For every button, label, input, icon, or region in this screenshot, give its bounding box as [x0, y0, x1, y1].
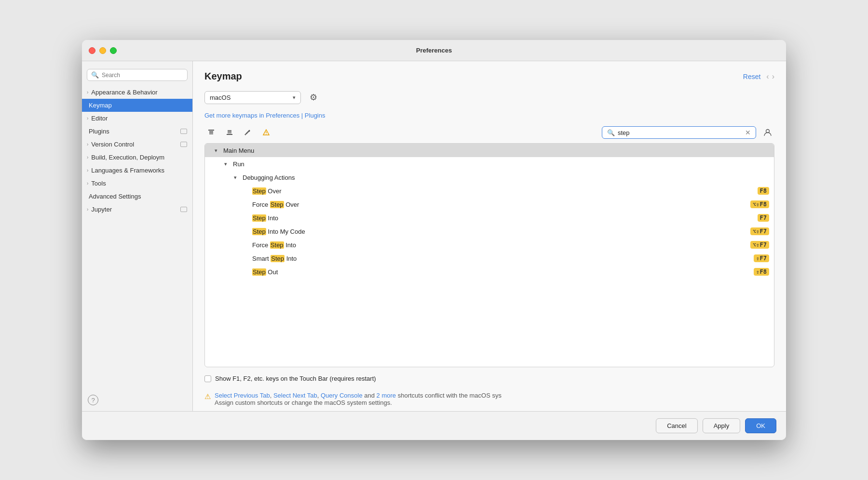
- ok-button[interactable]: OK: [745, 418, 776, 433]
- svg-rect-2: [209, 133, 213, 133]
- highlight-text: Step: [252, 214, 266, 222]
- gear-button[interactable]: ⚙: [306, 90, 321, 105]
- search-icon: 🔍: [607, 129, 615, 136]
- tree-row[interactable]: ▾ Run: [205, 157, 774, 171]
- sidebar-item-editor[interactable]: › Editor: [82, 112, 192, 125]
- tree-toggle-icon[interactable]: ▾: [224, 161, 231, 167]
- forward-arrow-icon[interactable]: ›: [772, 72, 774, 81]
- highlight-text: Step: [252, 228, 266, 235]
- window-title: Preferences: [416, 47, 452, 54]
- sidebar-item-plugins[interactable]: Plugins: [82, 125, 192, 138]
- back-arrow-icon[interactable]: ‹: [766, 72, 769, 81]
- f7-badge: F7: [758, 214, 769, 222]
- keymap-select[interactable]: macOS ▾: [204, 91, 301, 104]
- sidebar-item-build[interactable]: › Build, Execution, Deploym: [82, 151, 192, 164]
- sidebar-item-label: Languages & Frameworks: [91, 167, 164, 174]
- align-top-icon[interactable]: [204, 126, 218, 139]
- tree-label: Debugging Actions: [243, 174, 295, 181]
- tree-row[interactable]: Force Step Into ⌥⇧F7: [205, 238, 774, 252]
- tree-row[interactable]: Step Into F7: [205, 211, 774, 225]
- sidebar-item-jupyter[interactable]: › Jupyter: [82, 203, 192, 216]
- svg-rect-1: [209, 131, 213, 132]
- conflict-text2: Assign custom shortcuts or change the ma…: [215, 399, 392, 406]
- conflict-sep1: ,: [270, 392, 273, 399]
- tree-toggle-icon[interactable]: ▾: [234, 174, 241, 181]
- content-area: 🔍 › Appearance & Behavior Keymap › Edito…: [82, 61, 786, 411]
- select-next-tab-link[interactable]: Select Next Tab: [273, 392, 317, 399]
- opt-shift-f7-2-badge: ⌥⇧F7: [750, 241, 769, 249]
- touchbar-checkbox-row: Show F1, F2, etc. keys on the Touch Bar …: [204, 373, 774, 384]
- header-right: Reset ‹ ›: [743, 72, 774, 81]
- sidebar-item-advanced[interactable]: Advanced Settings: [82, 190, 192, 203]
- tree-row[interactable]: Step Over F8: [205, 184, 774, 198]
- highlight-text: Step: [270, 241, 284, 249]
- align-bottom-icon[interactable]: [223, 126, 236, 139]
- person-icon[interactable]: [761, 126, 774, 139]
- conflict-and: and: [364, 392, 376, 399]
- shortcut-badge: F7: [758, 214, 769, 222]
- sidebar-search-box[interactable]: 🔍: [87, 69, 188, 81]
- more-keymaps-link[interactable]: Get more keymaps in Preferences | Plugin…: [204, 112, 774, 119]
- tree-label: Smart Step Into: [252, 255, 297, 262]
- conflict-row: ⚠ Select Previous Tab, Select Next Tab, …: [204, 389, 774, 411]
- clear-icon[interactable]: ✕: [745, 129, 751, 136]
- svg-rect-0: [208, 130, 214, 131]
- sidebar-item-label: Appearance & Behavior: [91, 89, 157, 96]
- more-conflicts-link[interactable]: 2 more: [377, 392, 396, 399]
- warning-filter-icon[interactable]: [259, 126, 273, 139]
- chevron-icon: ›: [87, 90, 88, 95]
- tree-label: Run: [233, 160, 244, 168]
- tree-label: Force Step Into: [252, 241, 296, 249]
- select-previous-tab-link[interactable]: Select Previous Tab: [215, 392, 270, 399]
- tree-row[interactable]: Force Step Over ⌥⇧F8: [205, 198, 774, 211]
- chevron-icon: ›: [87, 207, 88, 212]
- chevron-icon: ›: [87, 116, 88, 121]
- cancel-button[interactable]: Cancel: [656, 418, 697, 433]
- sidebar-item-label: Version Control: [91, 141, 134, 148]
- sidebar-item-version-control[interactable]: › Version Control: [82, 138, 192, 151]
- sidebar-item-languages[interactable]: › Languages & Frameworks: [82, 164, 192, 177]
- sidebar-item-label: Editor: [91, 115, 108, 122]
- shortcut-badge: ⇧F7: [754, 254, 769, 262]
- shift-f8-badge: ⇧F8: [754, 268, 769, 276]
- tree-toggle-icon[interactable]: ▾: [215, 147, 221, 154]
- svg-rect-4: [228, 130, 231, 131]
- query-console-link[interactable]: Query Console: [321, 392, 363, 399]
- search-input[interactable]: [618, 129, 742, 136]
- tree-label: Step Into: [252, 214, 278, 222]
- search-wrap: 🔍 ✕: [602, 126, 756, 139]
- touchbar-checkbox[interactable]: [204, 375, 211, 382]
- sidebar: 🔍 › Appearance & Behavior Keymap › Edito…: [82, 61, 193, 411]
- shortcut-badge: F8: [758, 187, 769, 195]
- keymap-select-label: macOS: [210, 94, 289, 101]
- sidebar-search-input[interactable]: [102, 72, 183, 79]
- touchbar-label: Show F1, F2, etc. keys on the Touch Bar …: [215, 375, 376, 382]
- tree-label: Step Into My Code: [252, 228, 305, 235]
- edit-shortcut-icon[interactable]: [241, 126, 255, 139]
- sidebar-item-keymap[interactable]: Keymap: [82, 99, 192, 112]
- tree-row[interactable]: Step Into My Code ⌥⇧F7: [205, 225, 774, 238]
- shortcut-badge: ⌥⇧F7: [750, 241, 769, 249]
- opt-shift-f7-badge: ⌥⇧F7: [750, 227, 769, 235]
- minimize-button[interactable]: [99, 47, 106, 54]
- close-button[interactable]: [89, 47, 95, 54]
- help-button[interactable]: ?: [88, 395, 98, 405]
- sidebar-item-appearance[interactable]: › Appearance & Behavior: [82, 86, 192, 99]
- bottom-bar: Cancel Apply OK: [82, 411, 786, 440]
- page-title: Keymap: [204, 71, 242, 82]
- tree-row[interactable]: Smart Step Into ⇧F7: [205, 252, 774, 265]
- tree-row[interactable]: ▾ Main Menu: [205, 144, 774, 157]
- tree-row[interactable]: ▾ Debugging Actions: [205, 171, 774, 184]
- shortcut-badge: ⌥⇧F8: [750, 200, 769, 208]
- highlight-text: Step: [252, 268, 266, 276]
- tree-row[interactable]: Step Out ⇧F8: [205, 265, 774, 279]
- tree-label: Step Over: [252, 187, 282, 195]
- version-control-badge: [180, 141, 188, 148]
- reset-button[interactable]: Reset: [743, 73, 761, 80]
- help-section: ?: [82, 389, 192, 411]
- sidebar-item-tools[interactable]: › Tools: [82, 177, 192, 190]
- apply-button[interactable]: Apply: [703, 418, 741, 433]
- maximize-button[interactable]: [110, 47, 117, 54]
- shortcut-badge: ⇧F8: [754, 268, 769, 276]
- f8-badge: F8: [758, 187, 769, 195]
